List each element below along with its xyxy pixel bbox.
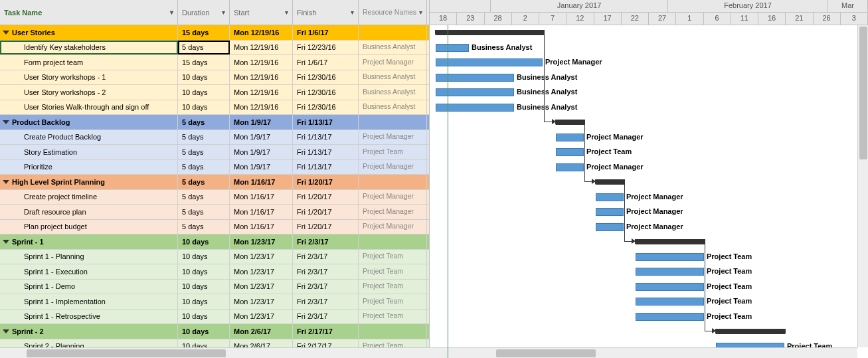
duration-cell[interactable]: 5 days bbox=[178, 41, 230, 55]
task-name-cell[interactable]: Story Estimation bbox=[0, 145, 178, 159]
start-cell[interactable]: Mon 2/6/17 bbox=[230, 324, 293, 339]
task-bar[interactable]: Project Manager bbox=[436, 58, 543, 66]
duration-cell[interactable]: 15 days bbox=[178, 55, 230, 70]
resource-cell[interactable] bbox=[359, 115, 427, 130]
start-cell[interactable]: Mon 1/16/17 bbox=[230, 220, 293, 234]
gantt-row[interactable] bbox=[430, 234, 868, 250]
table-row[interactable]: Sprint 1 - Retrospective 10 days Mon 1/2… bbox=[0, 310, 429, 325]
finish-cell[interactable]: Fri 1/13/17 bbox=[293, 115, 359, 130]
grid-horizontal-scrollbar[interactable] bbox=[0, 347, 430, 358]
resource-cell[interactable]: Project Manager bbox=[359, 160, 427, 175]
table-row[interactable]: Sprint 1 - Demo 10 days Mon 1/23/17 Fri … bbox=[0, 280, 429, 295]
resource-cell[interactable] bbox=[359, 25, 427, 40]
gantt-row[interactable] bbox=[430, 115, 868, 130]
resource-cell[interactable] bbox=[359, 175, 427, 189]
table-row[interactable]: Story Estimation 5 days Mon 1/9/17 Fri 1… bbox=[0, 145, 429, 160]
task-bar[interactable]: Project Team bbox=[556, 148, 584, 156]
table-row[interactable]: Sprint - 2 10 days Mon 2/6/17 Fri 2/17/1… bbox=[0, 324, 429, 339]
start-cell[interactable]: Mon 1/23/17 bbox=[230, 294, 293, 309]
task-bar[interactable]: Project Team bbox=[636, 253, 704, 261]
duration-cell[interactable]: 5 days bbox=[178, 130, 230, 145]
duration-cell[interactable]: 5 days bbox=[178, 205, 230, 219]
start-cell[interactable]: Mon 12/19/16 bbox=[230, 41, 293, 55]
horizontal-scrollbar[interactable] bbox=[430, 347, 857, 358]
gantt-row[interactable]: Project Team bbox=[430, 250, 868, 265]
gantt-row[interactable] bbox=[430, 324, 868, 339]
finish-cell[interactable]: Fri 2/3/17 bbox=[293, 250, 359, 264]
summary-bar[interactable] bbox=[716, 329, 785, 334]
start-cell[interactable]: Mon 1/23/17 bbox=[230, 250, 293, 264]
table-row[interactable]: Sprint 1 - Planning 10 days Mon 1/23/17 … bbox=[0, 250, 429, 265]
dropdown-icon[interactable]: ▾ bbox=[170, 9, 173, 16]
resource-cell[interactable]: Project Team bbox=[359, 264, 427, 279]
duration-cell[interactable]: 10 days bbox=[178, 85, 230, 100]
task-name-cell[interactable]: Create project timeline bbox=[0, 190, 178, 205]
start-cell[interactable]: Mon 1/23/17 bbox=[230, 280, 293, 294]
task-bar[interactable]: Project Manager bbox=[556, 163, 584, 171]
table-row[interactable]: User Story workshops - 2 10 days Mon 12/… bbox=[0, 85, 429, 100]
task-bar[interactable]: Project Manager bbox=[596, 208, 624, 216]
finish-cell[interactable]: Fri 1/20/17 bbox=[293, 220, 359, 234]
table-row[interactable]: Create project timeline 5 days Mon 1/16/… bbox=[0, 190, 429, 205]
task-name-cell[interactable]: Product Backlog bbox=[0, 115, 178, 130]
table-row[interactable]: Identify Key stakeholders 5 days Mon 12/… bbox=[0, 41, 429, 56]
task-name-cell[interactable]: Plan project budget bbox=[0, 220, 178, 234]
finish-cell[interactable]: Fri 12/23/16 bbox=[293, 41, 359, 55]
start-cell[interactable]: Mon 12/19/16 bbox=[230, 100, 293, 115]
task-bar[interactable]: Project Team bbox=[636, 283, 704, 291]
task-name-cell[interactable]: Create Product Backlog bbox=[0, 130, 178, 145]
gantt-chart[interactable]: January 2017February 2017Mar 18232827121… bbox=[430, 0, 868, 358]
duration-cell[interactable]: 10 days bbox=[178, 100, 230, 115]
finish-cell[interactable]: Fri 12/30/16 bbox=[293, 85, 359, 100]
task-bar[interactable]: Project Manager bbox=[596, 193, 624, 201]
duration-cell[interactable]: 5 days bbox=[178, 160, 230, 175]
table-row[interactable]: Draft resource plan 5 days Mon 1/16/17 F… bbox=[0, 205, 429, 220]
resource-cell[interactable]: Project Team bbox=[359, 294, 427, 309]
resource-cell[interactable]: Business Analyst bbox=[359, 100, 427, 115]
finish-cell[interactable]: Fri 2/3/17 bbox=[293, 280, 359, 294]
table-row[interactable]: Sprint - 1 10 days Mon 1/23/17 Fri 2/3/1… bbox=[0, 234, 429, 250]
resource-cell[interactable]: Project Manager bbox=[359, 220, 427, 234]
finish-cell[interactable]: Fri 2/3/17 bbox=[293, 310, 359, 324]
task-name-cell[interactable]: User Stories Walk-through and sign off bbox=[0, 100, 178, 115]
gantt-row[interactable]: Project Team bbox=[430, 294, 868, 310]
finish-cell[interactable]: Fri 12/30/16 bbox=[293, 100, 359, 115]
gantt-row[interactable]: Project Manager bbox=[430, 190, 868, 205]
resource-cell[interactable]: Business Analyst bbox=[359, 85, 427, 100]
resource-cell[interactable]: Project Manager bbox=[359, 205, 427, 219]
collapse-icon[interactable] bbox=[3, 329, 9, 333]
finish-cell[interactable]: Fri 1/13/17 bbox=[293, 160, 359, 175]
duration-cell[interactable]: 10 days bbox=[178, 70, 230, 85]
finish-cell[interactable]: Fri 1/13/17 bbox=[293, 130, 359, 145]
resource-cell[interactable]: Business Analyst bbox=[359, 41, 427, 55]
task-name-cell[interactable]: Sprint 1 - Execution bbox=[0, 264, 178, 279]
dropdown-icon[interactable]: ▾ bbox=[222, 9, 225, 16]
duration-cell[interactable]: 10 days bbox=[178, 294, 230, 309]
col-header-resource[interactable]: Resource Names▾ bbox=[359, 0, 427, 25]
start-cell[interactable]: Mon 1/9/17 bbox=[230, 160, 293, 175]
task-name-cell[interactable]: Sprint - 2 bbox=[0, 324, 178, 339]
finish-cell[interactable]: Fri 1/20/17 bbox=[293, 190, 359, 205]
start-cell[interactable]: Mon 1/23/17 bbox=[230, 310, 293, 324]
finish-cell[interactable]: Fri 12/30/16 bbox=[293, 70, 359, 85]
col-header-taskname[interactable]: Task Name▾ bbox=[0, 0, 178, 25]
task-name-cell[interactable]: User Story workshops - 1 bbox=[0, 70, 178, 85]
gantt-row[interactable] bbox=[430, 175, 868, 190]
summary-bar[interactable] bbox=[436, 30, 544, 35]
collapse-icon[interactable] bbox=[3, 31, 9, 35]
gantt-row[interactable]: Project Team bbox=[430, 280, 868, 295]
resource-cell[interactable]: Project Team bbox=[359, 145, 427, 159]
duration-cell[interactable]: 10 days bbox=[178, 324, 230, 339]
task-name-cell[interactable]: Form project team bbox=[0, 55, 178, 70]
task-bar[interactable]: Business Analyst bbox=[436, 44, 469, 52]
start-cell[interactable]: Mon 1/23/17 bbox=[230, 264, 293, 279]
duration-cell[interactable]: 10 days bbox=[178, 280, 230, 294]
start-cell[interactable]: Mon 12/19/16 bbox=[230, 25, 293, 40]
table-row[interactable]: Product Backlog 5 days Mon 1/9/17 Fri 1/… bbox=[0, 115, 429, 130]
task-bar[interactable]: Project Manager bbox=[596, 223, 624, 231]
task-name-cell[interactable]: User Story workshops - 2 bbox=[0, 85, 178, 100]
summary-bar[interactable] bbox=[636, 239, 705, 244]
duration-cell[interactable]: 5 days bbox=[178, 115, 230, 130]
finish-cell[interactable]: Fri 1/20/17 bbox=[293, 205, 359, 219]
finish-cell[interactable]: Fri 1/13/17 bbox=[293, 145, 359, 159]
